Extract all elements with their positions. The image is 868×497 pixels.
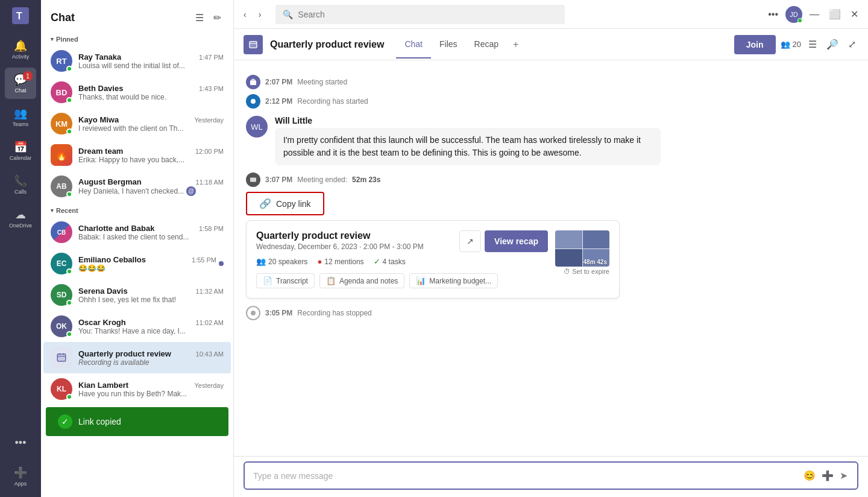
chat-item-beth[interactable]: BD Beth Davies 1:43 PM Thanks, that woul… <box>43 77 231 108</box>
nav-activity-label: Activity <box>12 54 30 60</box>
chat-time-kayo: Yesterday <box>194 116 224 124</box>
user-status-dot <box>797 18 802 23</box>
left-rail: T 🔔 Activity 💬 1 Chat 👥 Teams 📅 Calendar… <box>0 0 41 497</box>
chat-time-charlotte: 1:58 PM <box>199 225 224 232</box>
chat-item-dream[interactable]: 🔥 Dream team 12:00 PM Erika: Happy to ha… <box>43 139 231 171</box>
chat-item-kian[interactable]: KL Kian Lambert Yesterday Have you run t… <box>43 373 231 405</box>
record-stop-dot <box>251 311 256 315</box>
nav-calls-label: Calls <box>14 189 27 195</box>
system-recording-stopped: 3:05 PM Recording has stopped <box>246 306 856 320</box>
avatar-dream: 🔥 <box>51 144 72 166</box>
recording-stopped-text: Recording has stopped <box>297 309 371 317</box>
toast-check-icon: ✓ <box>58 414 72 429</box>
agenda-tag[interactable]: 📋 Agenda and notes <box>319 273 404 288</box>
nav-chat[interactable]: 💬 1 Chat <box>5 68 36 99</box>
nav-calls[interactable]: 📞 Calls <box>5 169 36 200</box>
list-view-button[interactable]: ☰ <box>806 36 819 52</box>
app-logo[interactable]: T <box>10 5 31 27</box>
nav-apps[interactable]: ➕ Apps <box>5 461 36 492</box>
recap-card-actions: ↗ View recap <box>459 230 548 252</box>
tab-add-button[interactable]: + <box>507 31 524 59</box>
thumb-2 <box>583 230 610 248</box>
mentions-count: 12 mentions <box>324 258 363 266</box>
chat-time-emiliano: 1:55 PM <box>192 256 216 264</box>
nav-more[interactable]: ••• <box>5 427 36 458</box>
chat-item-serena[interactable]: SD Serena Davis 11:32 AM Ohhh I see, yes… <box>43 279 231 311</box>
channel-icon <box>244 35 263 54</box>
chat-name-kian: Kian Lambert <box>78 381 128 390</box>
forward-button[interactable]: › <box>254 7 266 22</box>
expand-button[interactable]: ⤢ <box>846 36 858 52</box>
tab-recap[interactable]: Recap <box>466 31 507 59</box>
chat-time-kian: Yesterday <box>194 382 224 389</box>
search-input[interactable] <box>298 10 558 19</box>
attach-button[interactable]: ➕ <box>820 469 835 483</box>
filter-button[interactable]: ☰ <box>193 10 206 26</box>
message-input[interactable] <box>253 471 797 481</box>
transcript-icon: 📄 <box>263 276 272 285</box>
channel-tabs: Chat Files Recap + <box>396 31 524 59</box>
chat-time-beth: 1:43 PM <box>199 85 224 92</box>
chat-name-oscar: Oscar Krogh <box>78 318 126 327</box>
transcript-tag[interactable]: 📄 Transcript <box>256 273 315 288</box>
chat-item-oscar[interactable]: OK Oscar Krogh 11:02 AM You: Thanks! Hav… <box>43 311 231 342</box>
marketing-tag[interactable]: 📊 Marketing budget... <box>409 273 498 288</box>
nav-calendar[interactable]: 📅 Calendar <box>5 135 36 166</box>
user-avatar[interactable]: JD <box>785 6 802 23</box>
chat-item-quarterly[interactable]: Quarterly product review 10:43 AM Record… <box>43 342 231 373</box>
more-options-button[interactable]: ••• <box>766 7 781 22</box>
chat-item-kayo[interactable]: KM Kayo Miwa Yesterday I reviewed with t… <box>43 108 231 139</box>
share-recap-button[interactable]: ↗ <box>459 230 481 252</box>
marketing-icon: 📊 <box>416 276 426 285</box>
tasks-count: 4 tasks <box>383 258 406 266</box>
nav-activity[interactable]: 🔔 Activity <box>5 34 36 65</box>
thumb-expire: ⏱ Set to expire <box>564 268 609 275</box>
chat-preview-ray: Louisa will send the initial list of... <box>78 62 224 70</box>
chat-preview-quarterly: Recording is available <box>78 358 224 367</box>
teams-icon: 👥 <box>14 107 27 120</box>
chat-item-emiliano[interactable]: EC Emiliano Ceballos 1:55 PM 😂😂😂 <box>43 248 231 279</box>
copy-link-button[interactable]: 🔗 Copy link <box>246 192 324 215</box>
back-button[interactable]: ‹ <box>239 7 251 22</box>
avatar-kian: KL <box>51 378 72 400</box>
tab-files[interactable]: Files <box>431 31 466 59</box>
view-recap-button[interactable]: View recap <box>485 230 548 252</box>
recap-stat-tasks: ✓ 4 tasks <box>374 257 406 266</box>
calendar-icon: 📅 <box>14 141 27 154</box>
maximize-button[interactable]: ⬜ <box>826 6 843 22</box>
top-bar: ‹ › 🔍 ••• JD — ⬜ ✕ <box>234 0 868 29</box>
chat-preview-kayo: I reviewed with the client on Th... <box>78 124 224 133</box>
recap-tags: 📄 Transcript 📋 Agenda and notes 📊 Market… <box>256 273 548 288</box>
status-dot-oscar <box>66 331 72 337</box>
chat-item-charlotte[interactable]: CB Charlotte and Babak 1:58 PM Babak: I … <box>43 217 231 248</box>
search-bar[interactable]: 🔍 <box>275 5 565 24</box>
svg-rect-2 <box>57 354 66 361</box>
meeting-ended-time: 3:07 PM <box>265 176 292 184</box>
chat-preview-oscar: You: Thanks! Have a nice day, I... <box>78 327 224 335</box>
meeting-started-icon <box>246 75 260 89</box>
thumb-duration: 48m 42s <box>583 259 607 265</box>
message-input-area: 😊 ➕ ➤ <box>234 456 868 497</box>
chat-sidebar: Chat ☰ ✏ ▾ Pinned RT Ray Tanaka 1:47 PM … <box>41 0 234 497</box>
svg-text:T: T <box>16 11 22 21</box>
close-button[interactable]: ✕ <box>848 6 861 22</box>
nav-onedrive[interactable]: ☁ OneDrive <box>5 203 36 234</box>
chat-item-ray[interactable]: RT Ray Tanaka 1:47 PM Louisa will send t… <box>43 45 231 77</box>
chat-time-dream: 12:00 PM <box>195 148 224 155</box>
minimize-button[interactable]: — <box>807 7 822 22</box>
participants-icon: 👥 <box>781 40 790 49</box>
join-button[interactable]: Join <box>734 35 776 54</box>
search-icon: 🔍 <box>283 10 293 19</box>
nav-teams[interactable]: 👥 Teams <box>5 101 36 133</box>
recap-title: Quarterly product review <box>256 230 424 241</box>
tab-chat[interactable]: Chat <box>396 31 431 59</box>
chat-item-august[interactable]: AB August Bergman 11:18 AM Hey Daniela, … <box>43 171 231 202</box>
onedrive-icon: ☁ <box>15 208 26 221</box>
new-chat-button[interactable]: ✏ <box>211 10 224 26</box>
send-button[interactable]: ➤ <box>838 469 849 483</box>
apps-icon: ➕ <box>14 466 27 480</box>
emoji-button[interactable]: 😊 <box>802 469 817 483</box>
message-text-will: I'm pretty confident that this launch wi… <box>275 128 661 165</box>
search-channel-button[interactable]: 🔎 <box>824 36 841 52</box>
chat-name-serena: Serena Davis <box>78 286 128 296</box>
